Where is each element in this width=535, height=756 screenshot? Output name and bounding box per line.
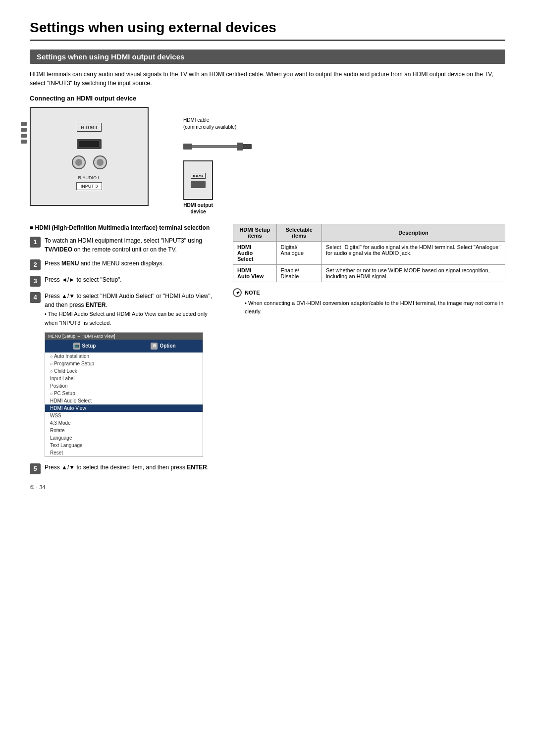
note-text: • When connecting a DVI-HDMI conversion … bbox=[245, 299, 505, 315]
row1-selectable: Digital/Analogue bbox=[276, 242, 321, 265]
step-3: 3 Press ◄/► to select "Setup". bbox=[30, 275, 218, 287]
input-label-box: INPUT 3 bbox=[76, 182, 102, 190]
note-box: ✦ NOTE • When connecting a DVI-HDMI conv… bbox=[233, 288, 505, 315]
table-row-1: HDMIAudioSelect Digital/Analogue Select … bbox=[233, 242, 505, 265]
page-title: Settings when using external devices bbox=[30, 20, 505, 41]
svg-rect-2 bbox=[183, 144, 192, 150]
note-label: NOTE bbox=[245, 289, 260, 297]
menu-item-auto-installation[interactable]: Auto Installation bbox=[45, 353, 203, 360]
tv-box: HDMI R·AUDIO·L INPUT 3 bbox=[30, 107, 149, 206]
step-1-num: 1 bbox=[30, 237, 41, 248]
menu-item-reset[interactable]: Reset bbox=[45, 449, 203, 456]
menu-item-43-mode[interactable]: 4:3 Mode bbox=[45, 419, 203, 427]
cable-svg bbox=[183, 137, 253, 156]
port-1 bbox=[21, 122, 27, 126]
connecting-subheading: Connecting an HDMI output device bbox=[30, 95, 505, 102]
menu-item-rotate[interactable]: Rotate bbox=[45, 427, 203, 434]
menu-item-child-lock[interactable]: Child Lock bbox=[45, 367, 203, 375]
step-5: 5 Press ▲/▼ to select the desired item, … bbox=[30, 463, 218, 474]
svg-rect-1 bbox=[79, 141, 99, 147]
section-header: Settings when using HDMI output devices bbox=[30, 50, 505, 64]
menu-top-bar: MENU [Setup ··· HDMI Auto View] bbox=[45, 333, 203, 340]
step-3-num: 3 bbox=[30, 276, 41, 287]
col-header-setup: HDMI Setup items bbox=[233, 224, 277, 242]
hdmi-out-port bbox=[191, 181, 206, 188]
hdmi-output-device: HDMI bbox=[183, 160, 213, 200]
cable-label: HDMI cable(commercially available) bbox=[183, 117, 236, 131]
menu-items-list: Auto Installation Programme Setup Child … bbox=[45, 353, 203, 456]
setup-label: Setup bbox=[82, 343, 96, 349]
step-2: 2 Press MENU and the MENU screen display… bbox=[30, 259, 218, 270]
menu-item-hdmi-auto-view[interactable]: HDMI Auto View bbox=[45, 404, 203, 412]
step-1-text: To watch an HDMI equipment image, select… bbox=[45, 236, 218, 254]
menu-item-programme-setup[interactable]: Programme Setup bbox=[45, 360, 203, 367]
step-4-num: 4 bbox=[30, 292, 41, 303]
menu-item-input-label[interactable]: Input Label bbox=[45, 375, 203, 382]
menu-item-hdmi-audio-select[interactable]: HDMI Audio Select bbox=[45, 397, 203, 404]
step-2-text: Press MENU and the MENU screen displays. bbox=[45, 259, 164, 268]
menu-screenshot: MENU [Setup ··· HDMI Auto View] 📺 Setup … bbox=[45, 332, 203, 457]
step-5-num: 5 bbox=[30, 463, 41, 474]
audio-circle-left bbox=[72, 155, 86, 169]
svg-rect-4 bbox=[237, 143, 243, 151]
row2-setup: HDMIAuto View bbox=[233, 265, 277, 282]
port-3 bbox=[21, 134, 27, 138]
step-4: 4 Press ▲/▼ to select "HDMI Audio Select… bbox=[30, 292, 218, 327]
menu-header-option: ⚙ Option bbox=[124, 341, 203, 351]
page-number: ⑤ · 34 bbox=[30, 484, 505, 491]
menu-item-wss[interactable]: WSS bbox=[45, 412, 203, 419]
table-row-2: HDMIAuto View Enable/Disable Set whether… bbox=[233, 265, 505, 282]
menu-header-row: 📺 Setup ⚙ Option bbox=[45, 340, 203, 353]
hdmi-logo: HDMI bbox=[77, 123, 101, 132]
table-col: HDMI Setup items Selectable items Descri… bbox=[233, 224, 505, 315]
row1-description: Select "Digital" for audio signal via th… bbox=[321, 242, 505, 265]
row1-setup: HDMIAudioSelect bbox=[233, 242, 277, 265]
step-3-text: Press ◄/► to select "Setup". bbox=[45, 275, 122, 284]
row2-description: Set whether or not to use WIDE MODE base… bbox=[321, 265, 505, 282]
hdmi-table: HDMI Setup items Selectable items Descri… bbox=[233, 224, 505, 282]
menu-item-language[interactable]: Language bbox=[45, 434, 203, 442]
menu-item-pc-setup[interactable]: PC Setup bbox=[45, 390, 203, 397]
audio-circles bbox=[72, 155, 107, 169]
bold-section-title: ■ HDMI (High-Definition Multimedia Inter… bbox=[30, 224, 218, 232]
diagram-area: HDMI R·AUDIO·L INPUT 3 bbox=[30, 107, 505, 215]
note-icon: ✦ bbox=[233, 288, 242, 297]
port-2 bbox=[21, 128, 27, 132]
menu-header-setup: 📺 Setup bbox=[45, 341, 124, 351]
step-2-num: 2 bbox=[30, 259, 41, 270]
col-header-selectable: Selectable items bbox=[276, 224, 321, 242]
steps-and-table: ■ HDMI (High-Definition Multimedia Inter… bbox=[30, 224, 505, 474]
option-icon: ⚙ bbox=[151, 343, 158, 350]
menu-item-position[interactable]: Position bbox=[45, 382, 203, 390]
hdmi-port-svg bbox=[74, 137, 104, 151]
svg-rect-3 bbox=[192, 145, 237, 148]
tv-rl-label: R·AUDIO·L bbox=[78, 175, 100, 180]
tv-diagram: HDMI R·AUDIO·L INPUT 3 bbox=[30, 107, 168, 206]
hdmi-output-logo: HDMI bbox=[191, 173, 206, 179]
row2-selectable: Enable/Disable bbox=[276, 265, 321, 282]
audio-circle-right bbox=[93, 155, 107, 169]
step-1: 1 To watch an HDMI equipment image, sele… bbox=[30, 236, 218, 254]
step-5-text: Press ▲/▼ to select the desired item, an… bbox=[45, 463, 209, 472]
hdmi-output-box: HDMI HDMI outputdevice bbox=[183, 160, 213, 215]
output-caption: HDMI outputdevice bbox=[183, 202, 213, 215]
menu-item-text-language[interactable]: Text Language bbox=[45, 442, 203, 449]
hdmi-cable-area: HDMI cable(commercially available) HDMI … bbox=[183, 117, 253, 215]
note-header: ✦ NOTE bbox=[233, 288, 505, 297]
step-4-text: Press ▲/▼ to select "HDMI Audio Select" … bbox=[45, 292, 218, 327]
intro-text: HDMI terminals can carry audio and visua… bbox=[30, 70, 505, 88]
col-header-description: Description bbox=[321, 224, 505, 242]
option-label: Option bbox=[160, 343, 175, 349]
setup-icon: 📺 bbox=[73, 343, 80, 350]
svg-rect-5 bbox=[243, 144, 252, 149]
tv-side-ports bbox=[21, 122, 27, 144]
steps-col: ■ HDMI (High-Definition Multimedia Inter… bbox=[30, 224, 218, 474]
port-4 bbox=[21, 140, 27, 144]
